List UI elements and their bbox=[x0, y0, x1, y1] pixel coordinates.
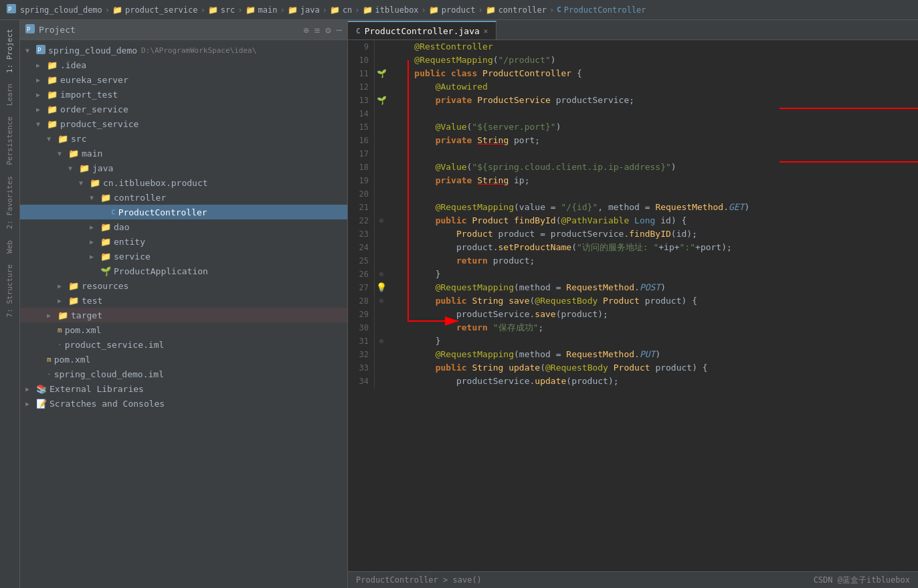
bc-item-9[interactable]: ProductController bbox=[564, 5, 646, 15]
main-layout: 1: Project Learn Persistence 2: Favorite… bbox=[0, 20, 918, 588]
tree-item-ext-libs[interactable]: ▶ 📚 External Libraries bbox=[20, 381, 347, 396]
expand-arrow: ▼ bbox=[79, 179, 90, 187]
expand-arrow: ▼ bbox=[25, 47, 36, 54]
tree-label: pom.xml bbox=[54, 355, 91, 365]
tree-item-dao[interactable]: ▶ 📁 dao bbox=[20, 219, 347, 234]
folder-icon: 📁 bbox=[100, 252, 111, 262]
sidebar-item-learn[interactable]: Learn bbox=[4, 78, 15, 111]
bc-item-5[interactable]: cn bbox=[343, 5, 352, 15]
tree-item-target[interactable]: ▶ 📁 target bbox=[20, 308, 347, 322]
tree-item-test[interactable]: ▶ 📁 test bbox=[20, 293, 347, 308]
gear-icon[interactable]: ⚙ bbox=[325, 25, 331, 35]
tree-label: main bbox=[82, 149, 102, 159]
expand-arrow: ▶ bbox=[36, 91, 47, 98]
tree-item-service[interactable]: ▶ 📁 service bbox=[20, 249, 347, 264]
tree-label: dao bbox=[114, 222, 129, 232]
tree-item-scratches[interactable]: ▶ 📝 Scratches and Consoles bbox=[20, 396, 347, 411]
expand-arrow: ▶ bbox=[25, 400, 36, 407]
tree-item-resources[interactable]: ▶ 📁 resources bbox=[20, 278, 347, 293]
tree-item-java[interactable]: ▼ 📁 java bbox=[20, 161, 347, 175]
code-line-14: 14 bbox=[348, 107, 918, 120]
code-line-23: 23 Product product = productService.find… bbox=[348, 227, 918, 241]
bc-item-1[interactable]: product_service bbox=[125, 5, 197, 15]
bc-folder-icon-3: 📁 bbox=[246, 5, 256, 15]
tree-item-pom-root[interactable]: m pom.xml bbox=[20, 352, 347, 367]
tree-item-entity[interactable]: ▶ 📁 entity bbox=[20, 234, 347, 249]
java-class-icon: C bbox=[111, 208, 116, 217]
code-line-26: 26 ⊙ } bbox=[348, 268, 918, 281]
tree-label: product_service.iml bbox=[65, 340, 165, 350]
code-line-22: 22 ⊙ public Product findById(@PathVariab… bbox=[348, 214, 918, 227]
code-line-34: 34 productService.update(product); bbox=[348, 375, 918, 388]
project-header: P Project ⊕ ≡ ⚙ ─ bbox=[20, 20, 347, 40]
sidebar-item-web[interactable]: Web bbox=[4, 235, 15, 259]
file-tree: ▼ P spring_cloud_demo D:\AProgramWorkSpa… bbox=[20, 40, 347, 588]
bc-item-2[interactable]: src bbox=[221, 5, 236, 15]
tab-close-button[interactable]: ✕ bbox=[484, 27, 488, 35]
sidebar-item-project[interactable]: 1: Project bbox=[4, 23, 15, 78]
settings-icon[interactable]: ≡ bbox=[314, 25, 320, 35]
bc-item-7[interactable]: product bbox=[442, 5, 476, 15]
tree-item-src[interactable]: ▼ 📁 src bbox=[20, 131, 347, 146]
tree-item-iml-root[interactable]: · spring_cloud_demo.iml bbox=[20, 367, 347, 381]
bc-item-0[interactable]: spring_cloud_demo bbox=[20, 5, 102, 15]
folder-icon: 📁 bbox=[58, 310, 68, 320]
bc-item-8[interactable]: controller bbox=[498, 5, 547, 15]
add-icon[interactable]: ⊕ bbox=[303, 25, 308, 35]
tree-item-pom-product[interactable]: m pom.xml bbox=[20, 322, 347, 337]
tab-bar: C ProductController.java ✕ bbox=[348, 20, 918, 40]
tree-item-root[interactable]: ▼ P spring_cloud_demo D:\AProgramWorkSpa… bbox=[20, 43, 347, 58]
folder-icon: P bbox=[36, 45, 45, 56]
tree-label: .idea bbox=[60, 60, 86, 70]
tab-class-icon: C bbox=[356, 27, 361, 35]
folder-icon: 📁 bbox=[100, 237, 111, 247]
code-content[interactable]: 9 @RestController 10 @RequestMapping("/p… bbox=[348, 40, 918, 571]
lib-icon: 📚 bbox=[36, 384, 47, 394]
code-line-20: 20 bbox=[348, 187, 918, 201]
bc-item-3[interactable]: main bbox=[258, 5, 278, 15]
bc-folder-icon-4: 📁 bbox=[288, 5, 298, 15]
code-line-28: 28 ⊙ public String save(@RequestBody Pro… bbox=[348, 294, 918, 308]
bc-folder-icon-7: 📁 bbox=[429, 5, 439, 15]
tree-item-main[interactable]: ▼ 📁 main bbox=[20, 146, 347, 161]
code-line-24: 24 product.setProductName("访问的服务地址: "+ip… bbox=[348, 241, 918, 254]
tree-label: product_service bbox=[60, 119, 139, 129]
expand-arrow: ▼ bbox=[68, 165, 79, 172]
tree-item-product-controller[interactable]: C ProductController bbox=[20, 205, 347, 219]
minimize-icon[interactable]: ─ bbox=[337, 25, 342, 35]
tree-item-product-service[interactable]: ▼ 📁 product_service bbox=[20, 116, 347, 131]
tab-product-controller[interactable]: C ProductController.java ✕ bbox=[348, 21, 496, 39]
sidebar-item-favorites[interactable]: 2: Favorites bbox=[4, 171, 15, 234]
tree-item-controller[interactable]: ▼ 📁 controller bbox=[20, 190, 347, 205]
breadcrumb-bar: P spring_cloud_demo › 📁 product_service … bbox=[0, 0, 918, 20]
side-icons: 1: Project Learn Persistence 2: Favorite… bbox=[0, 20, 20, 588]
editor-area: C ProductController.java ✕ bbox=[348, 20, 918, 588]
folder-icon: 📁 bbox=[68, 149, 79, 159]
tree-item-iml-product[interactable]: · product_service.iml bbox=[20, 337, 347, 352]
tree-label: target bbox=[71, 310, 102, 320]
svg-text:P: P bbox=[8, 6, 12, 13]
code-line-16: 16 private String port; bbox=[348, 134, 918, 147]
iml-icon: · bbox=[58, 340, 62, 349]
expand-arrow: ▼ bbox=[47, 135, 58, 142]
tree-item-idea[interactable]: ▶ 📁 .idea bbox=[20, 58, 347, 72]
svg-text:P: P bbox=[37, 47, 41, 54]
bc-item-4[interactable]: java bbox=[300, 5, 320, 15]
tree-item-package[interactable]: ▼ 📁 cn.itbluebox.product bbox=[20, 175, 347, 190]
sidebar-item-structure[interactable]: 7: Structure bbox=[4, 259, 15, 322]
bc-item-6[interactable]: itbluebox bbox=[375, 5, 419, 15]
tree-label: test bbox=[82, 296, 102, 306]
tab-label: ProductController.java bbox=[365, 26, 480, 36]
tree-item-product-application[interactable]: 🌱 ProductApplication bbox=[20, 264, 347, 278]
tree-label: pom.xml bbox=[65, 325, 102, 335]
tree-item-import-test[interactable]: ▶ 📁 import_test bbox=[20, 87, 347, 102]
expand-arrow: ▶ bbox=[36, 106, 47, 113]
tree-label: eureka_server bbox=[60, 75, 128, 85]
expand-arrow: ▶ bbox=[36, 62, 47, 69]
folder-icon: 📁 bbox=[47, 60, 58, 70]
tree-item-eureka[interactable]: ▶ 📁 eureka_server bbox=[20, 72, 347, 87]
tree-label: External Libraries bbox=[50, 384, 144, 394]
tree-label: src bbox=[71, 134, 86, 144]
sidebar-item-persistence[interactable]: Persistence bbox=[4, 111, 15, 171]
tree-item-order-service[interactable]: ▶ 📁 order_service bbox=[20, 102, 347, 116]
